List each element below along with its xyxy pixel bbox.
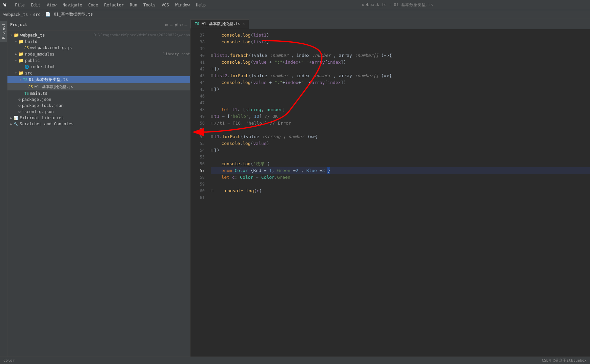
tree-item-main-ts[interactable]: TS main.ts bbox=[7, 90, 190, 97]
line-number-39: 39 bbox=[190, 45, 207, 52]
tree-item-webpack-config[interactable]: JS webpack.config.js bbox=[7, 45, 190, 51]
status-bar: Color CSDN @蓝盒子itbluebox bbox=[0, 357, 590, 364]
menu-vcs[interactable]: VCS bbox=[159, 2, 172, 8]
code-line-56: console.log('枚举') bbox=[211, 160, 590, 167]
menu-view[interactable]: View bbox=[44, 2, 59, 8]
tree-item-index-html[interactable]: 🌐 index.html bbox=[7, 64, 190, 70]
panel-icon-minimize[interactable]: — bbox=[185, 22, 187, 27]
code-line-54: ⊟}) bbox=[211, 147, 590, 154]
line-number-60: 60 bbox=[190, 188, 207, 194]
code-line-40: ⊟list1.forEach((value :number , index :n… bbox=[211, 52, 590, 59]
line-number-53: 53 bbox=[190, 140, 207, 147]
tab-close-button[interactable]: × bbox=[243, 22, 245, 26]
code-line-57: enum Color {Red = 1, Green =2 , Blue =3 … bbox=[211, 167, 590, 174]
menu-file[interactable]: File bbox=[12, 2, 27, 8]
menu-tools[interactable]: Tools bbox=[141, 2, 158, 8]
code-line-46 bbox=[211, 93, 590, 100]
code-line-59 bbox=[211, 181, 590, 188]
code-line-55 bbox=[211, 154, 590, 160]
tree-item-package-json[interactable]: ⚙ package.json bbox=[7, 97, 190, 103]
code-line-47 bbox=[211, 100, 590, 106]
breadcrumb: webpack_ts › src › 📄 01_基本数据类型.ts bbox=[0, 10, 590, 19]
line-number-46: 46 bbox=[190, 93, 207, 100]
code-line-45: ⊟}) bbox=[211, 86, 590, 93]
breadcrumb-part-2[interactable]: src bbox=[33, 12, 40, 17]
line-number-44: 44 bbox=[190, 79, 207, 86]
code-line-53: console.log(value) bbox=[211, 140, 590, 147]
code-line-38: console.log(list2) bbox=[211, 39, 590, 45]
sidebar-tab: Project bbox=[0, 19, 7, 357]
line-number-41: 41 bbox=[190, 59, 207, 66]
breadcrumb-part-3[interactable]: 📄 01_基本数据类型.ts bbox=[45, 12, 93, 17]
tree-item-src[interactable]: ▾ 📁 src bbox=[7, 70, 190, 76]
line-number-38: 38 bbox=[190, 39, 207, 45]
tree-item-01-ts[interactable]: ▾ TS 01_基本数据类型.ts bbox=[7, 76, 190, 83]
project-panel: Project ⊕ ≡ ≓ ⚙ — ▾ 📁 webpack_ts D:\Prog… bbox=[7, 19, 190, 357]
line-number-49: 49 bbox=[190, 113, 207, 120]
tree-item-scratches[interactable]: ▶ 🔧 Scratches and Consoles bbox=[7, 121, 190, 127]
sidebar-tab-project[interactable]: Project bbox=[0, 21, 7, 42]
code-line-50: ⊟//t1 = [10, 'hello'] // Error bbox=[211, 120, 590, 127]
menu-refactor[interactable]: Refactor bbox=[101, 2, 126, 8]
tree-item-build[interactable]: ▾ 📁 build bbox=[7, 38, 190, 45]
code-content[interactable]: console.log(list1) console.log(list2) ⊟l… bbox=[207, 29, 590, 357]
line-number-42: 42 bbox=[190, 66, 207, 72]
code-line-60: ⊟ console.log(c) bbox=[211, 188, 590, 194]
code-line-42: ⊟}) bbox=[211, 66, 590, 72]
code-line-44: console.log(value + ":"+index+":"+array[… bbox=[211, 79, 590, 86]
line-number-61: 61 bbox=[190, 194, 207, 201]
menu-edit[interactable]: Edit bbox=[28, 2, 43, 8]
tree-item-package-lock[interactable]: ⚙ package-lock.json bbox=[7, 103, 190, 109]
line-number-59: 59 bbox=[190, 181, 207, 188]
tree-item-webpack-ts[interactable]: ▾ 📁 webpack_ts D:\ProgramWorkSpace\WebSt… bbox=[7, 32, 190, 38]
line-numbers: 37 38 39 40 41 42 43 44 45 46 47 48 49 5… bbox=[190, 29, 207, 357]
code-line-43: ⊟list2.forEach((value :number , index :n… bbox=[211, 72, 590, 79]
code-line-51 bbox=[211, 127, 590, 133]
line-number-47: 47 bbox=[190, 100, 207, 106]
panel-icons: ⊕ ≡ ≓ ⚙ — bbox=[165, 22, 187, 27]
code-line-48: let t1: [string, number] bbox=[211, 106, 590, 113]
title-bar: W File Edit View Navigate Code Refactor … bbox=[0, 0, 590, 10]
editor-tab-01-ts[interactable]: TS 01_基本数据类型.ts × bbox=[190, 19, 249, 29]
menu-code[interactable]: Code bbox=[86, 2, 101, 8]
tree-item-external-libs[interactable]: ▶ 📊 External Libraries bbox=[7, 115, 190, 121]
line-number-40: 40 bbox=[190, 52, 207, 59]
menu-help[interactable]: Help bbox=[193, 2, 208, 8]
tree-item-tsconfig[interactable]: ⚙ tsconfig.json bbox=[7, 109, 190, 115]
menu-run[interactable]: Run bbox=[127, 2, 140, 8]
code-line-61 bbox=[211, 194, 590, 201]
file-tree: ▾ 📁 webpack_ts D:\ProgramWorkSpace\WebSt… bbox=[7, 30, 190, 357]
panel-icon-localize[interactable]: ⊕ bbox=[165, 22, 168, 27]
code-line-49: ⊟t1 = ['hello', 10] // OK bbox=[211, 113, 590, 120]
line-number-55: 55 bbox=[190, 154, 207, 160]
breadcrumb-part-1[interactable]: webpack_ts bbox=[3, 12, 28, 17]
app-logo: W bbox=[3, 2, 9, 8]
editor-tabs: TS 01_基本数据类型.ts × bbox=[190, 19, 590, 29]
tree-item-node-modules[interactable]: ▶ 📁 node_modules library root bbox=[7, 51, 190, 57]
editor-wrapper: TS 01_基本数据类型.ts × 37 38 39 40 41 42 43 4… bbox=[190, 19, 590, 357]
tree-item-01-js[interactable]: JS 01_基本数据类型.js bbox=[7, 83, 190, 90]
status-right: CSDN @蓝盒子itbluebox bbox=[542, 358, 587, 363]
status-type: Color bbox=[3, 358, 15, 363]
status-left: Color bbox=[3, 358, 15, 363]
line-number-45: 45 bbox=[190, 86, 207, 93]
panel-header: Project ⊕ ≡ ≓ ⚙ — bbox=[7, 19, 190, 30]
panel-icon-list[interactable]: ≡ bbox=[170, 22, 172, 27]
tab-icon-ts: TS bbox=[195, 22, 199, 26]
line-number-50: 50 bbox=[190, 120, 207, 127]
line-number-48: 48 bbox=[190, 106, 207, 113]
panel-icon-settings[interactable]: ⚙ bbox=[180, 22, 182, 27]
line-number-56: 56 bbox=[190, 160, 207, 167]
panel-icon-collapse[interactable]: ≓ bbox=[175, 22, 178, 27]
line-number-52: 52 bbox=[190, 133, 207, 140]
code-line-39 bbox=[211, 45, 590, 52]
line-number-58: 58 bbox=[190, 174, 207, 181]
menu-navigate[interactable]: Navigate bbox=[60, 2, 85, 8]
tree-item-public[interactable]: ▾ 📁 public bbox=[7, 57, 190, 64]
code-line-58: let c: Color = Color.Green bbox=[211, 174, 590, 181]
line-number-51: 51 bbox=[190, 127, 207, 133]
menu-bar: File Edit View Navigate Code Refactor Ru… bbox=[12, 2, 208, 8]
main-content: Project Project ⊕ ≡ ≓ ⚙ — ▾ 📁 webpack_ts… bbox=[0, 19, 590, 357]
line-number-43: 43 bbox=[190, 72, 207, 79]
menu-window[interactable]: Window bbox=[172, 2, 192, 8]
